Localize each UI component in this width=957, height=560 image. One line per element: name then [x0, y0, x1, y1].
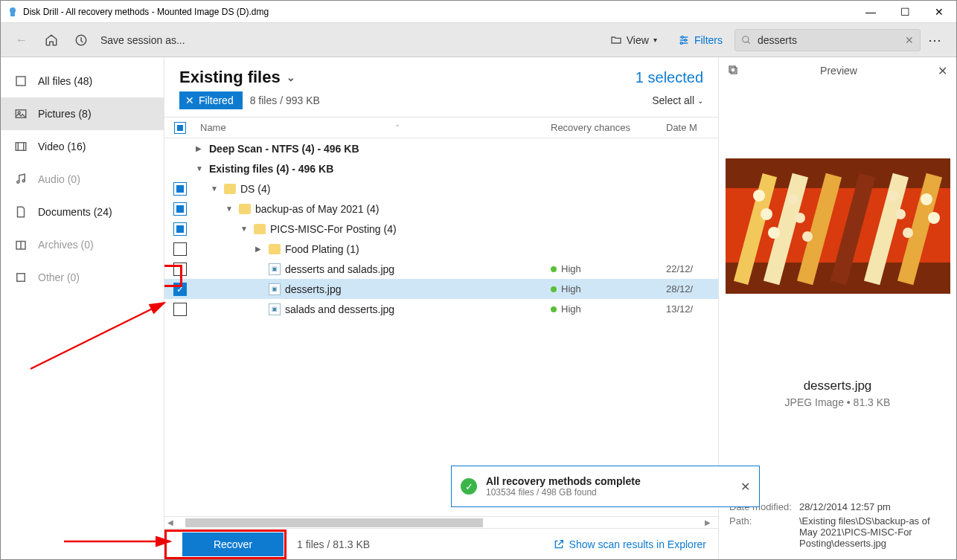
sidebar-item-label: Video (16) [38, 141, 86, 152]
row-name: salads and desserts.jpg [285, 303, 543, 315]
sort-caret-icon: ⌃ [394, 123, 400, 132]
home-button[interactable] [36, 23, 66, 57]
sidebar-item-documents[interactable]: Documents (24) [1, 196, 164, 228]
svg-point-35 [787, 194, 798, 205]
sidebar-item-video[interactable]: Video (16) [1, 130, 164, 163]
sidebar-item-pictures[interactable]: Pictures (8) [1, 97, 164, 130]
search-input[interactable] [758, 34, 899, 46]
sidebar-item-other[interactable]: Other (0) [1, 261, 164, 294]
filters-label: Filters [694, 34, 723, 46]
scroll-right-icon[interactable]: ▶ [705, 518, 715, 527]
minimize-button[interactable]: — [854, 1, 888, 23]
sidebar-item-label: Pictures (8) [38, 108, 92, 120]
svg-rect-21 [17, 274, 25, 282]
toast-close-icon[interactable]: ✕ [740, 480, 750, 494]
filtered-label: Filtered [199, 94, 234, 106]
sidebar-item-all-files[interactable]: All files (48) [1, 65, 164, 97]
chevron-down-icon: ⌄ [697, 97, 703, 105]
sidebar-item-label: Archives (0) [38, 239, 94, 251]
save-session-label[interactable]: Save session as... [100, 34, 185, 46]
folder-icon [254, 224, 266, 234]
more-menu[interactable]: ⋯ [921, 23, 950, 57]
content-title[interactable]: Existing files ⌄ [179, 68, 295, 87]
folder-row[interactable]: ▼DS (4) [164, 178, 718, 199]
maximize-button[interactable]: ☐ [888, 1, 922, 23]
folder-row[interactable]: ▼Existing files (4) - 496 KB [164, 158, 718, 178]
svg-point-0 [10, 7, 16, 13]
row-checkbox[interactable] [173, 303, 187, 316]
file-row[interactable]: ▣desserts and salads.jpgHigh22/12/ [164, 259, 718, 279]
folder-row[interactable]: ▼backup-as of May 2021 (4) [164, 199, 718, 219]
column-date[interactable]: Date M [666, 122, 718, 133]
row-checkbox[interactable] [173, 182, 187, 196]
date-modified: 13/12/ [666, 303, 718, 315]
column-recovery[interactable]: Recovery chances [551, 122, 659, 133]
filtered-chip[interactable]: ✕ Filtered [179, 91, 243, 109]
file-row[interactable]: ✓▣desserts.jpgHigh28/12/ [164, 279, 718, 299]
clear-search-icon[interactable]: ✕ [905, 34, 914, 46]
select-all-dropdown[interactable]: Select all ⌄ [652, 94, 703, 106]
folder-row[interactable]: ▶Food Plating (1) [164, 239, 718, 259]
table-header: Name⌃ Recovery chances Date M [164, 118, 718, 138]
recover-button[interactable]: Recover [182, 532, 284, 556]
expand-toggle-icon[interactable]: ▼ [211, 184, 220, 193]
folder-icon [269, 244, 281, 254]
svg-point-40 [903, 228, 913, 238]
sidebar-item-label: Other (0) [38, 271, 80, 283]
sidebar-item-audio[interactable]: Audio (0) [1, 163, 164, 196]
expand-toggle-icon[interactable]: ▼ [240, 225, 249, 233]
clear-filter-icon[interactable]: ✕ [185, 94, 194, 106]
expand-toggle-icon[interactable]: ▶ [196, 144, 205, 152]
preview-close-icon[interactable]: ✕ [938, 64, 947, 78]
sidebar-item-label: Audio (0) [38, 173, 80, 185]
show-in-explorer-link[interactable]: Show scan results in Explorer [553, 538, 706, 550]
row-name: PICS-MISC-For Posting (4) [270, 223, 543, 235]
svg-point-7 [685, 39, 687, 41]
close-button[interactable]: ✕ [922, 1, 956, 23]
toast-title: All recovery methods complete [486, 475, 641, 487]
save-session-icon[interactable] [66, 23, 96, 57]
chevron-down-icon: ⌄ [287, 71, 295, 83]
footer: Recover 1 files / 81.3 KB Show scan resu… [164, 528, 718, 559]
row-checkbox[interactable] [173, 202, 187, 216]
horizontal-scrollbar[interactable]: ◀ ▶ [164, 516, 718, 528]
svg-point-32 [753, 190, 765, 202]
svg-point-41 [921, 193, 932, 205]
search-box[interactable]: ✕ [734, 29, 921, 51]
file-tree: ▶Deep Scan - NTFS (4) - 496 KB▼Existing … [164, 138, 718, 516]
chevron-down-icon: ▾ [653, 36, 657, 44]
row-checkbox[interactable] [173, 222, 187, 236]
scan-complete-toast: ✓ All recovery methods complete 103534 f… [451, 466, 760, 507]
folder-icon [610, 34, 622, 46]
header-checkbox[interactable] [174, 122, 186, 134]
scroll-left-icon[interactable]: ◀ [167, 518, 178, 527]
meta-path-label: Path: [729, 515, 795, 549]
svg-point-42 [928, 212, 940, 224]
scroll-thumb[interactable] [185, 518, 483, 527]
svg-point-33 [761, 208, 772, 220]
folder-row[interactable]: ▶Deep Scan - NTFS (4) - 496 KB [164, 138, 718, 158]
selected-count: 1 selected [636, 69, 703, 86]
column-name[interactable]: Name⌃ [196, 122, 543, 133]
sidebar-item-archives[interactable]: Archives (0) [1, 228, 164, 261]
svg-rect-22 [731, 68, 737, 74]
expand-toggle-icon[interactable]: ▼ [225, 205, 234, 213]
file-row[interactable]: ▣salads and desserts.jpgHigh13/12/ [164, 299, 718, 319]
row-checkbox[interactable] [173, 242, 187, 256]
svg-point-6 [682, 36, 684, 38]
expand-toggle-icon[interactable]: ▶ [255, 245, 264, 253]
svg-rect-14 [16, 143, 26, 151]
svg-point-38 [888, 190, 898, 201]
back-button[interactable]: ← [7, 23, 36, 57]
svg-point-34 [768, 227, 780, 239]
preview-header-label: Preview [820, 65, 857, 77]
music-icon [14, 173, 28, 186]
expand-toggle-icon[interactable]: ▼ [196, 164, 205, 173]
popout-icon[interactable] [728, 65, 740, 77]
view-dropdown[interactable]: View ▾ [601, 23, 666, 57]
filters-icon [678, 34, 690, 46]
svg-line-10 [748, 41, 750, 43]
filters-button[interactable]: Filters [666, 23, 734, 57]
folder-icon [224, 184, 236, 194]
folder-row[interactable]: ▼PICS-MISC-For Posting (4) [164, 219, 718, 239]
